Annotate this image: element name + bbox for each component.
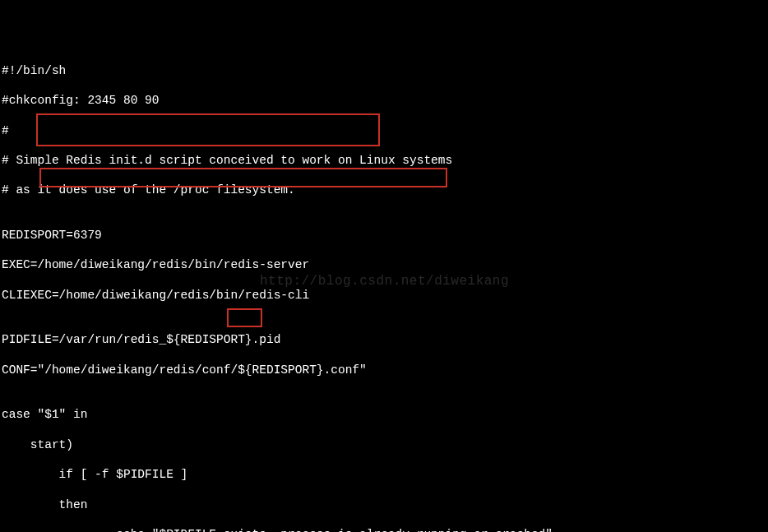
watermark-text: http://blog.csdn.net/diweikang: [260, 274, 509, 289]
code-line: #: [2, 123, 766, 138]
code-line: #!/bin/sh: [2, 63, 766, 78]
code-line: REDISPORT=6379: [2, 228, 766, 243]
code-line: #chkconfig: 2345 80 90: [2, 93, 766, 108]
code-line-conf: CONF="/home/diweikang/redis/conf/${REDIS…: [2, 363, 766, 377]
code-line: if [ -f $PIDFILE ]: [2, 467, 766, 482]
code-line: # as it does use of the /proc filesystem…: [2, 183, 766, 197]
code-line: then: [2, 497, 766, 512]
code-line-exec: EXEC=/home/diweikang/redis/bin/redis-ser…: [2, 257, 766, 272]
code-line-cliexec: CLIEXEC=/home/diweikang/redis/bin/redis-…: [2, 288, 766, 303]
code-line: # Simple Redis init.d script conceived t…: [2, 153, 766, 168]
code-line: case "$1" in: [2, 407, 766, 422]
code-line-pidfile: PIDFILE=/var/run/redis_${REDISPORT}.pid: [2, 332, 766, 347]
highlight-box-cursor: [227, 308, 262, 327]
code-line: echo "$PIDFILE exists, process is alread…: [2, 527, 766, 532]
code-line: start): [2, 437, 766, 452]
